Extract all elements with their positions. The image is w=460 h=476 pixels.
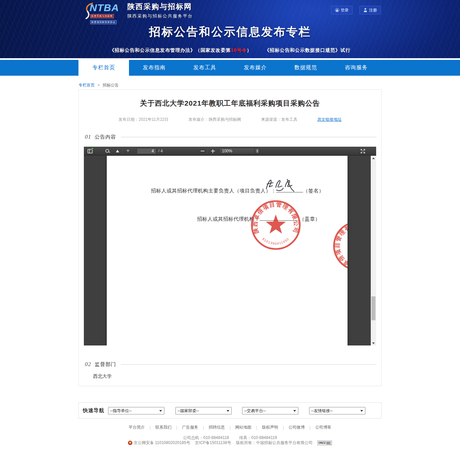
arrow-down-icon: [126, 150, 130, 152]
logo-acronym: NTBA: [90, 2, 119, 13]
toolbar-divider: [207, 148, 208, 154]
police-record: 京公网安备 11010802020185号: [128, 440, 190, 446]
original-link[interactable]: 原文链接地址: [317, 117, 341, 122]
footer-link-sitemap[interactable]: 网站地图: [235, 425, 252, 430]
next-page-button[interactable]: [124, 147, 132, 155]
breadcrumb-home-link[interactable]: 专栏首页: [78, 83, 95, 87]
search-icon: [105, 149, 110, 153]
svg-text:6101390411450: 6101390411450: [262, 237, 290, 245]
section-rule: [121, 137, 376, 137]
section-index: 02: [85, 361, 91, 368]
phone-label: 公司总机：: [183, 435, 203, 440]
company-seal: 陕西卓倍项目管理有限公司 6101390411450: [250, 199, 302, 251]
notice-part2: ）: [247, 47, 252, 53]
footer-link-copyright-notice[interactable]: 版权声明: [262, 425, 278, 430]
footer-link-recruitment[interactable]: 招聘信息: [208, 425, 225, 430]
logo-subtext-line1: 陕西采购与招标网: [90, 14, 114, 18]
tab-label: 发布工具: [193, 64, 216, 71]
arrow-up-icon: [116, 150, 119, 152]
footer-separator: |: [203, 425, 204, 430]
principal-signature-line: 招标人或其招标代理机构主要负责人（项目负责人）：（签名）: [151, 188, 324, 194]
cnzz-badge[interactable]: CNZZ: [317, 440, 332, 445]
footer-separator: |: [283, 425, 284, 430]
zoom-out-button[interactable]: [198, 147, 206, 155]
section-title: 公告内容: [95, 134, 116, 140]
logo-subtext: 陕西采购与招标网 陕西省招标投标协会: [90, 12, 124, 24]
zoom-in-button[interactable]: [209, 147, 217, 155]
fullscreen-button[interactable]: [359, 147, 367, 155]
tab-publish-media[interactable]: 发布媒介: [230, 60, 281, 76]
scrollbar-thumb[interactable]: [371, 296, 375, 320]
select-friendly-links[interactable]: --友情链接--: [309, 407, 365, 414]
footer-link-ad-service[interactable]: 广告服务: [182, 425, 198, 430]
pdf-toolbar: / 4 100%: [84, 147, 376, 155]
login-button[interactable]: 登录: [331, 6, 353, 14]
tab-column-home[interactable]: 专栏首页: [78, 60, 129, 76]
tab-label: 发布媒介: [244, 64, 267, 71]
tab-data-standard[interactable]: 数据规范: [281, 60, 331, 76]
banner-notice: 《招标公告和公示信息发布管理办法》（国家发改委第10号令）《招标公告和公示数据接…: [0, 47, 460, 53]
meta-publish-date: 发布日期：2021年11月22日: [119, 117, 169, 122]
handwritten-signature: [264, 177, 296, 194]
article-title: 关于西北大学2021年教职工年底福利采购项目采购公告: [79, 99, 381, 108]
footer-link-company-blog[interactable]: 公司博客: [315, 425, 331, 430]
register-user-icon: [363, 8, 367, 12]
site-logo[interactable]: NTBA 陕西采购与招标网 陕西省招标投标协会 陕西采购与招标网 陕西采购与招标…: [85, 1, 193, 20]
tab-publish-guide[interactable]: 发布指南: [129, 60, 179, 76]
tab-label: 咨询服务: [345, 64, 368, 71]
footer-separator: |: [150, 425, 151, 430]
page-number-input[interactable]: [137, 148, 156, 154]
login-user-icon: [335, 8, 339, 12]
fax-label: 传真：: [239, 435, 251, 440]
auth-buttons: 登录 注册: [331, 6, 381, 14]
select-guidance-units[interactable]: --指导单位--: [108, 407, 164, 414]
search-button[interactable]: [103, 147, 111, 155]
notice-part1: 《招标公告和公示信息发布管理办法》（国家发改委第: [109, 47, 231, 53]
sidebar-notification-dot: [91, 147, 94, 150]
nav-tabs: 专栏首页 发布指南 发布工具 发布媒介 数据规范 咨询服务: [78, 60, 382, 76]
footer-link-company-weibo[interactable]: 公司微博: [289, 425, 305, 430]
previous-page-button[interactable]: [113, 147, 122, 155]
page-total-label: / 4: [158, 149, 163, 153]
scroll-up-arrow[interactable]: [371, 156, 376, 160]
pdf-content-area: 招标人或其招标代理机构主要负责人（项目负责人）：（签名） 招标人或其招标代理机构…: [84, 156, 371, 345]
select-spinner-icon: [254, 148, 260, 154]
scroll-down-arrow[interactable]: [371, 341, 376, 345]
footer-links: 平台简介| 联系我们| 广告服务| 招聘信息| 网站地图| 版权声明| 公司微博…: [0, 425, 460, 430]
copyright-text: 版权所有：中国招标公共服务平台有限公司: [236, 440, 313, 446]
icp-record: 京ICP备15011138号: [195, 440, 231, 446]
logo-mark: NTBA 陕西采购与招标网 陕西省招标投标协会: [85, 1, 125, 20]
section-supervisor-header: 02 监督部门: [85, 361, 376, 368]
tab-label: 发布指南: [143, 64, 166, 71]
sidebar-toggle-button[interactable]: [86, 147, 94, 155]
chevron-down-icon: [227, 410, 229, 412]
quick-nav-label: 快速导航: [83, 407, 104, 414]
brand-text: 陕西采购与招标网 陕西采购与招标公共服务平台: [127, 2, 193, 19]
breadcrumb: 专栏首页 > 招标公告: [78, 82, 119, 88]
zoom-level-select[interactable]: 100%: [219, 148, 260, 154]
footer-separator: |: [309, 425, 310, 430]
register-button[interactable]: 注册: [359, 6, 381, 14]
tab-publish-tool[interactable]: 发布工具: [179, 60, 230, 76]
police-badge-icon: [128, 441, 132, 445]
pdf-scrollbar[interactable]: [371, 156, 376, 345]
brand-subtitle: 陕西采购与招标公共服务平台: [127, 13, 193, 19]
company-seal-partial: 陕西卓倍项目管理有限公司 6101390411450: [327, 215, 348, 277]
breadcrumb-current: 招标公告: [103, 83, 119, 87]
login-label: 登录: [341, 7, 349, 13]
chevron-down-icon: [159, 410, 162, 412]
footer-link-contact-us[interactable]: 联系我们: [155, 425, 171, 430]
section-rule: [121, 364, 376, 365]
footer-separator: |: [229, 425, 230, 430]
seal-number-text: 6101390411450: [262, 237, 290, 245]
section-title: 监督部门: [95, 361, 116, 368]
select-national-ministries[interactable]: --国家部委--: [175, 407, 232, 414]
pdf-page: 招标人或其招标代理机构主要负责人（项目负责人）：（签名） 招标人或其招标代理机构…: [107, 156, 348, 345]
tab-consult-service[interactable]: 咨询服务: [331, 60, 382, 76]
article-meta: 发布日期：2021年11月22日 发布媒介：陕西采购与招标网 来源渠道：发布工具…: [79, 117, 381, 122]
footer-link-platform-intro[interactable]: 平台简介: [129, 425, 145, 430]
select-value: --交易平台--: [242, 408, 293, 414]
pdf-viewer: / 4 100%: [84, 147, 376, 345]
cnzz-label: CNZZ: [318, 441, 326, 445]
select-trading-platforms[interactable]: --交易平台--: [242, 407, 298, 414]
